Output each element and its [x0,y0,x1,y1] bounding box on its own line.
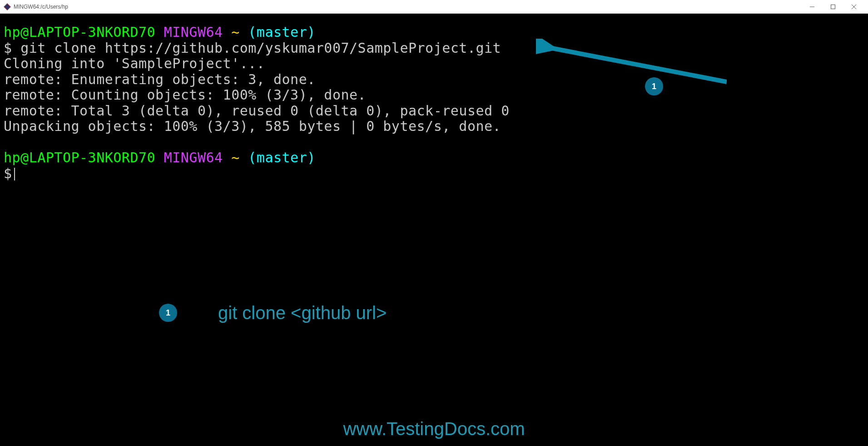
svg-marker-2 [4,4,10,10]
titlebar: MINGW64:/c/Users/hp [0,0,868,14]
terminal-area[interactable]: hp@LAPTOP-3NKORD70 MINGW64 ~ (master) $ … [0,14,868,446]
output-line: remote: Counting objects: 100% (3/3), do… [4,87,864,103]
annotation-arrow-icon [536,39,727,97]
app-window: MINGW64:/c/Users/hp hp@LAPTOP-3NKORD70 M… [0,0,868,446]
footer-url: www.TestingDocs.com [343,418,525,439]
mingw-label: MINGW64 [164,150,223,165]
window-controls [802,0,864,14]
branch-label: (master) [248,150,316,165]
cursor [14,168,15,180]
annotation-badge: 1 [159,304,177,322]
svg-line-8 [550,48,727,82]
branch-label: (master) [248,24,316,40]
maximize-button[interactable] [823,0,843,14]
command-line: $ git clone https://github.com/yskumar00… [4,40,864,56]
output-line: Unpacking objects: 100% (3/3), 585 bytes… [4,119,864,135]
user-host: hp@LAPTOP-3NKORD70 [4,150,155,165]
close-button[interactable] [843,0,864,14]
window-title: MINGW64:/c/Users/hp [14,4,68,10]
mingw-label: MINGW64 [164,24,223,40]
dollar-prompt: $ [4,40,20,56]
cwd-path: ~ [231,150,240,165]
svg-rect-4 [831,5,835,9]
cwd-path: ~ [231,24,240,40]
blank-line [4,135,864,150]
command-line: $ [4,166,864,182]
minimize-button[interactable] [802,0,823,14]
legend-text: git clone <github url> [218,302,387,323]
output-line: remote: Total 3 (delta 0), reused 0 (del… [4,103,864,119]
prompt-line: hp@LAPTOP-3NKORD70 MINGW64 ~ (master) [4,150,864,166]
git-clone-command: git clone https://github.com/yskumar007/… [20,40,501,56]
output-line: Cloning into 'SampleProject'... [4,56,864,72]
git-bash-icon [4,3,11,10]
annotation-badge: 1 [645,77,663,95]
output-line: remote: Enumerating objects: 3, done. [4,72,864,88]
annotation-legend: 1 git clone <github url> [159,302,387,323]
user-host: hp@LAPTOP-3NKORD70 [4,24,155,40]
dollar-prompt: $ [4,165,12,181]
prompt-line: hp@LAPTOP-3NKORD70 MINGW64 ~ (master) [4,25,864,40]
